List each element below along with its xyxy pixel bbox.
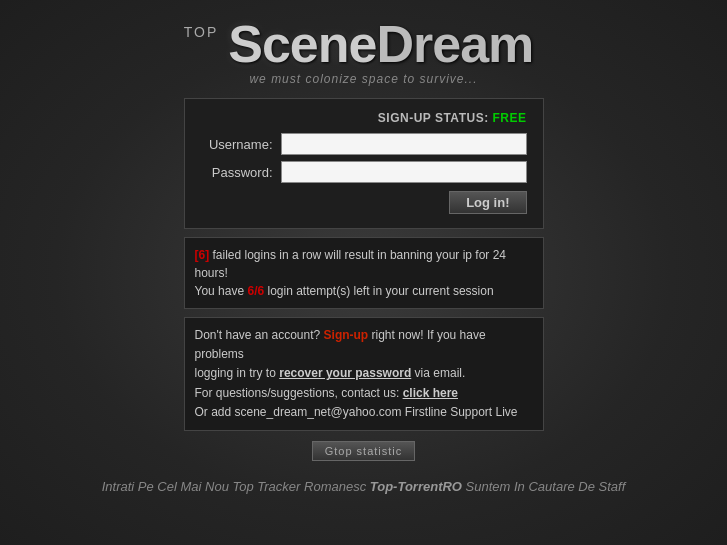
info-line3: For questions/suggestions, contact us: c… bbox=[195, 384, 533, 403]
login-box: SIGN-UP STATUS: FREE Username: Password:… bbox=[184, 98, 544, 229]
password-input[interactable] bbox=[281, 161, 527, 183]
footer-text1: Intrati Pe Cel Mai Nou Top Tracker Roman… bbox=[102, 479, 370, 494]
warning-message3: login attempt(s) left in your current se… bbox=[264, 284, 493, 298]
logo-dream: Dream bbox=[376, 15, 533, 73]
info-box: Don't have an account? Sign-up right now… bbox=[184, 317, 544, 431]
attempts-left: 6/6 bbox=[247, 284, 264, 298]
warning-number: [6] bbox=[195, 248, 210, 262]
logo-scene: Scene bbox=[228, 15, 376, 73]
yahoo-text: Or add scene_dream_net@yahoo.com Firstli… bbox=[195, 405, 518, 419]
login-btn-row: Log in! bbox=[201, 191, 527, 214]
recover-password-link[interactable]: recover your password bbox=[279, 366, 411, 380]
signup-status-row: SIGN-UP STATUS: FREE bbox=[201, 111, 527, 125]
info-line1: Don't have an account? Sign-up right now… bbox=[195, 326, 533, 364]
contact-text: For questions/suggestions, contact us: bbox=[195, 386, 403, 400]
footer-bold: Top-TorrentRO bbox=[370, 479, 462, 494]
login-button[interactable]: Log in! bbox=[449, 191, 526, 214]
no-account-text: Don't have an account? bbox=[195, 328, 324, 342]
signup-status-label: SIGN-UP STATUS: bbox=[378, 111, 489, 125]
info-line4: Or add scene_dream_net@yahoo.com Firstli… bbox=[195, 403, 533, 422]
recover-text: logging in try to bbox=[195, 366, 280, 380]
logo-area: TOP SceneDream we must colonize space to… bbox=[194, 18, 534, 86]
logo-text: SceneDream bbox=[228, 18, 533, 70]
signup-status-value: FREE bbox=[492, 111, 526, 125]
warning-box: [6] failed logins in a row will result i… bbox=[184, 237, 544, 309]
password-label: Password: bbox=[201, 165, 281, 180]
footer: Intrati Pe Cel Mai Nou Top Tracker Roman… bbox=[62, 477, 666, 497]
signup-link[interactable]: Sign-up bbox=[324, 328, 369, 342]
password-row: Password: bbox=[201, 161, 527, 183]
warning-message1: failed logins in a row will result in ba… bbox=[195, 248, 507, 280]
info-line2: logging in try to recover your password … bbox=[195, 364, 533, 383]
username-input[interactable] bbox=[281, 133, 527, 155]
after-recover-text: via email. bbox=[411, 366, 465, 380]
username-row: Username: bbox=[201, 133, 527, 155]
warning-message2: You have bbox=[195, 284, 248, 298]
tagline: we must colonize space to survive... bbox=[194, 72, 534, 86]
stats-button[interactable]: Gtop statistic bbox=[312, 441, 416, 461]
username-label: Username: bbox=[201, 137, 281, 152]
logo-top-label: TOP bbox=[184, 24, 219, 40]
click-here-link[interactable]: click here bbox=[403, 386, 458, 400]
footer-text2: Suntem In Cautare De Staff bbox=[462, 479, 625, 494]
